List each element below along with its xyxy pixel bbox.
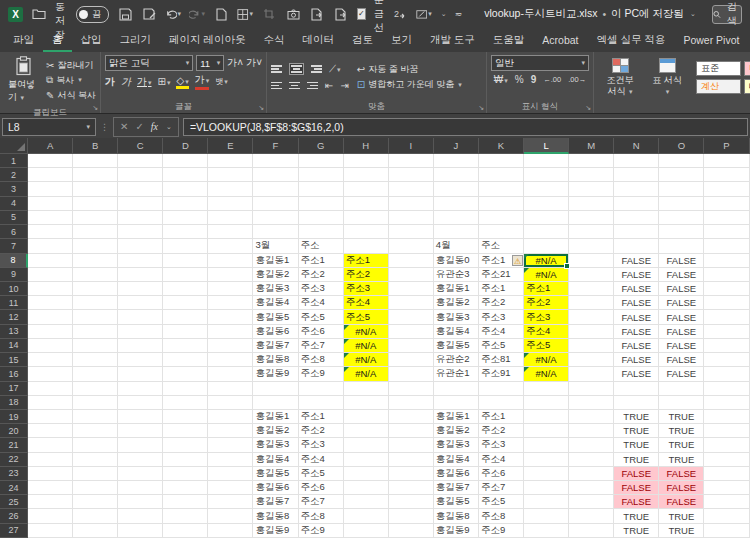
tab-데이터[interactable]: 데이터: [293, 28, 343, 52]
cell-N15[interactable]: FALSE: [614, 353, 659, 367]
cell-O14[interactable]: FALSE: [659, 339, 704, 353]
cell-I3[interactable]: [389, 182, 434, 196]
cell-J10[interactable]: 홍길동1: [434, 282, 479, 296]
cell-E3[interactable]: [208, 182, 253, 196]
row-header-10[interactable]: 10: [0, 282, 28, 296]
cell-L18[interactable]: [524, 396, 569, 410]
cell-O19[interactable]: TRUE: [659, 410, 704, 424]
cell-B14[interactable]: [73, 339, 118, 353]
cell-J3[interactable]: [434, 182, 479, 196]
cell-F21[interactable]: 홍길동3: [253, 438, 298, 452]
cell-D13[interactable]: [163, 325, 208, 339]
tab-Power Pivot[interactable]: Power Pivot: [674, 28, 748, 52]
cell-N7[interactable]: [614, 239, 659, 253]
cell-F18[interactable]: [253, 396, 298, 410]
cell-N12[interactable]: FALSE: [614, 310, 659, 324]
cell-A18[interactable]: [28, 396, 73, 410]
cell-H8[interactable]: 주소1: [344, 254, 389, 268]
cell-C27[interactable]: [118, 524, 163, 538]
cell-I19[interactable]: [389, 410, 434, 424]
cell-M10[interactable]: [569, 282, 614, 296]
cell-P8[interactable]: [704, 254, 749, 268]
cell-G24[interactable]: 주소6: [299, 481, 344, 495]
cell-A1[interactable]: [28, 154, 73, 168]
borders-icon[interactable]: ⊞▾: [158, 76, 171, 87]
merge-center-button[interactable]: ⊡병합하고 가운데 맞춤 ▾: [357, 78, 462, 91]
cell-P9[interactable]: [704, 268, 749, 282]
cell-P17[interactable]: [704, 382, 749, 396]
cell-H13[interactable]: #N/A: [344, 325, 389, 339]
cell-G1[interactable]: [299, 154, 344, 168]
row-header-26[interactable]: 26: [0, 509, 28, 523]
cell-F8[interactable]: 홍길동1: [253, 254, 298, 268]
cell-K5[interactable]: [479, 211, 524, 225]
cell-style-표준[interactable]: 표준: [696, 61, 741, 76]
cell-G2[interactable]: [299, 168, 344, 182]
cell-O13[interactable]: FALSE: [659, 325, 704, 339]
cell-F22[interactable]: 홍길동4: [253, 453, 298, 467]
cell-F4[interactable]: [253, 197, 298, 211]
cell-E26[interactable]: [208, 509, 253, 523]
cell-P18[interactable]: [704, 396, 749, 410]
cell-G7[interactable]: 주소: [299, 239, 344, 253]
cell-H27[interactable]: [344, 524, 389, 538]
cell-M26[interactable]: [569, 509, 614, 523]
row-header-8[interactable]: 8: [0, 254, 28, 268]
cell-E23[interactable]: [208, 467, 253, 481]
cell-D6[interactable]: [163, 225, 208, 239]
cell-O5[interactable]: [659, 211, 704, 225]
column-header-P[interactable]: P: [704, 138, 749, 154]
cell-L17[interactable]: [524, 382, 569, 396]
cell-B16[interactable]: [73, 367, 118, 381]
cell-G3[interactable]: [299, 182, 344, 196]
cell-I15[interactable]: [389, 353, 434, 367]
cell-B27[interactable]: [73, 524, 118, 538]
cell-I14[interactable]: [389, 339, 434, 353]
row-header-24[interactable]: 24: [0, 481, 28, 495]
cell-A24[interactable]: [28, 481, 73, 495]
cell-C6[interactable]: [118, 225, 163, 239]
cell-A16[interactable]: [28, 367, 73, 381]
cell-I12[interactable]: [389, 310, 434, 324]
cell-A22[interactable]: [28, 453, 73, 467]
cell-O7[interactable]: [659, 239, 704, 253]
cell-G23[interactable]: 주소5: [299, 467, 344, 481]
column-header-O[interactable]: O: [659, 138, 704, 154]
cell-C9[interactable]: [118, 268, 163, 282]
cell-J22[interactable]: 홍길동4: [434, 453, 479, 467]
cell-N10[interactable]: FALSE: [614, 282, 659, 296]
cell-L14[interactable]: 주소5: [524, 339, 569, 353]
cell-A25[interactable]: [28, 495, 73, 509]
save-as-icon[interactable]: [141, 6, 157, 22]
wrap-text-button[interactable]: ↩자동 줄 바꿈: [357, 63, 462, 76]
cell-B20[interactable]: [73, 424, 118, 438]
row-header-27[interactable]: 27: [0, 524, 28, 538]
cell-J18[interactable]: [434, 396, 479, 410]
cell-O27[interactable]: TRUE: [659, 524, 704, 538]
cell-L6[interactable]: [524, 225, 569, 239]
cell-M13[interactable]: [569, 325, 614, 339]
cell-H23[interactable]: [344, 467, 389, 481]
comma-style-icon[interactable]: 9: [531, 74, 537, 85]
cell-N11[interactable]: FALSE: [614, 296, 659, 310]
format-painter-button[interactable]: ✎서식 복사: [46, 89, 96, 102]
cell-H1[interactable]: [344, 154, 389, 168]
cell-P20[interactable]: [704, 424, 749, 438]
cell-I27[interactable]: [389, 524, 434, 538]
cell-K3[interactable]: [479, 182, 524, 196]
cell-E2[interactable]: [208, 168, 253, 182]
italic-button[interactable]: 가: [121, 75, 131, 89]
cell-J23[interactable]: 홍길동6: [434, 467, 479, 481]
cell-G26[interactable]: 주소8: [299, 509, 344, 523]
cell-A8[interactable]: [28, 254, 73, 268]
cell-D7[interactable]: [163, 239, 208, 253]
repeat-icon[interactable]: 2: [392, 6, 408, 22]
cell-F3[interactable]: [253, 182, 298, 196]
title-chevron-icon[interactable]: ⌄: [690, 10, 696, 18]
cell-B1[interactable]: [73, 154, 118, 168]
cell-M2[interactable]: [569, 168, 614, 182]
cell-E1[interactable]: [208, 154, 253, 168]
cell-B8[interactable]: [73, 254, 118, 268]
conditional-formatting-button[interactable]: 조건부 서식 ▾: [598, 57, 642, 97]
cell-M23[interactable]: [569, 467, 614, 481]
